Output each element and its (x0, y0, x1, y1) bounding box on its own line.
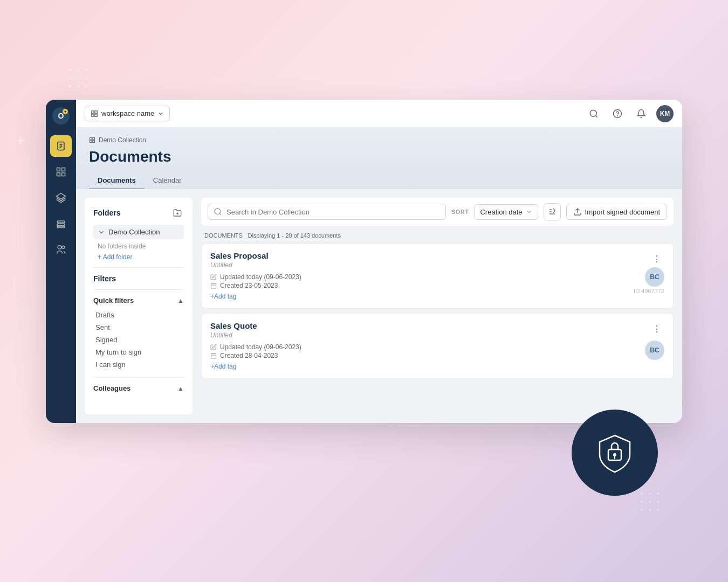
docs-count-row: DOCUMENTS Displaying 1 - 20 of 143 docum… (201, 232, 674, 239)
doc-created-2: Created 28-04-2023 (210, 352, 636, 359)
document-card-2[interactable]: Sales Quote Untitled Upd (201, 313, 674, 379)
filter-sent[interactable]: Sent (93, 321, 184, 334)
sort-select[interactable]: Creation date (474, 204, 538, 220)
svg-point-4 (77, 77, 79, 79)
right-panel: SORT Creation date (201, 198, 674, 414)
add-tag-button-2[interactable]: +Add tag (210, 363, 236, 370)
panel-divider-3 (93, 377, 184, 378)
folders-section-header: Folders (93, 206, 184, 219)
svg-rect-30 (62, 168, 65, 171)
tab-documents[interactable]: Documents (89, 172, 145, 190)
svg-line-54 (219, 213, 221, 215)
quick-filters-header[interactable]: Quick filters ▲ (93, 296, 184, 304)
svg-point-37 (58, 246, 61, 250)
pencil-icon-2 (210, 344, 217, 350)
svg-point-46 (617, 115, 618, 116)
svg-text:✦: ✦ (64, 110, 67, 114)
svg-rect-36 (57, 226, 64, 228)
filter-signed[interactable]: Signed (93, 334, 184, 346)
doc-updated-2: Updated today (09-06-2023) (210, 343, 636, 351)
no-folders-text: No folders inside (98, 242, 184, 250)
doc-title-1: Sales Proposal (210, 251, 625, 260)
add-folder-icon-btn[interactable] (171, 206, 184, 219)
sort-chevron-icon (526, 209, 532, 215)
filter-drafts[interactable]: Drafts (93, 309, 184, 321)
sort-current-value: Creation date (480, 208, 522, 216)
main-layout: Folders (76, 189, 682, 423)
header-actions: KM (585, 105, 674, 122)
search-button[interactable] (585, 105, 602, 122)
workspace-selector[interactable]: workspace name (85, 106, 170, 121)
svg-point-13 (649, 501, 651, 503)
sidebar-item-users[interactable] (50, 239, 72, 260)
doc-info-2: Sales Quote Untitled Upd (210, 321, 636, 371)
main-content: workspace name (76, 100, 682, 423)
page-header: Demo Collection Documents Documents Cale… (76, 128, 682, 189)
svg-point-3 (69, 77, 71, 79)
svg-rect-39 (92, 110, 94, 113)
tab-calendar[interactable]: Calendar (145, 172, 190, 190)
svg-point-53 (215, 209, 221, 214)
panel-divider-1 (93, 267, 184, 268)
doc-more-button-1[interactable]: ⋮ (649, 251, 664, 266)
left-panel: Folders (85, 198, 193, 414)
add-tag-button-1[interactable]: +Add tag (210, 293, 236, 300)
doc-right-1: ⋮ BC ID 4967772 (634, 251, 664, 294)
add-folder-button[interactable]: + Add folder (98, 253, 184, 261)
search-sort-bar: SORT Creation date (201, 198, 674, 226)
svg-point-38 (62, 246, 65, 248)
security-badge (572, 410, 658, 496)
svg-rect-47 (90, 138, 92, 140)
doc-title-2: Sales Quote (210, 321, 636, 330)
user-avatar[interactable]: KM (656, 105, 674, 122)
page-area: Demo Collection Documents Documents Cale… (76, 128, 682, 423)
sidebar-item-stack[interactable] (50, 213, 72, 234)
svg-point-1 (77, 69, 79, 71)
quick-filters-chevron: ▲ (177, 297, 184, 304)
svg-point-11 (657, 493, 659, 495)
sidebar-item-grid[interactable] (50, 161, 72, 183)
svg-point-17 (657, 509, 659, 511)
notification-button[interactable] (633, 105, 650, 122)
svg-point-12 (641, 501, 643, 503)
search-input[interactable] (226, 208, 440, 216)
colleagues-header[interactable]: Colleagues ▲ (93, 384, 184, 392)
svg-line-44 (595, 115, 597, 117)
svg-rect-49 (90, 141, 92, 143)
sidebar-item-documents[interactable] (50, 135, 72, 157)
colleagues-chevron: ▲ (177, 385, 184, 392)
sort-order-button[interactable] (544, 203, 561, 220)
sidebar-item-layers[interactable] (50, 187, 72, 209)
doc-info-1: Sales Proposal Untitled (210, 251, 625, 301)
pencil-icon (210, 274, 217, 280)
panel-divider-2 (93, 289, 184, 290)
search-input-wrap[interactable] (208, 204, 446, 220)
svg-rect-35 (57, 224, 64, 225)
doc-subtitle-2: Untitled (210, 331, 636, 339)
svg-point-10 (649, 493, 651, 495)
svg-point-6 (69, 85, 71, 87)
app-window: O ✦ (46, 100, 682, 423)
import-signed-document-button[interactable]: Import signed document (566, 204, 667, 220)
filter-i-can-sign[interactable]: I can sign (93, 358, 184, 371)
svg-rect-40 (95, 110, 97, 113)
root-folder-item[interactable]: Demo Collection (93, 225, 184, 239)
doc-id-1: ID 4967772 (634, 288, 664, 294)
doc-avatar-1: BC (645, 267, 664, 287)
sidebar-dark: O ✦ (46, 100, 76, 423)
top-header: workspace name (76, 100, 682, 128)
svg-point-5 (85, 77, 87, 79)
svg-point-2 (85, 69, 87, 71)
breadcrumb: Demo Collection (89, 136, 669, 144)
import-label: Import signed document (585, 208, 660, 216)
svg-point-43 (590, 110, 596, 116)
svg-point-9 (641, 493, 643, 495)
svg-point-8 (85, 85, 87, 87)
doc-meta-1: Updated today (09-06-2023) (210, 273, 625, 289)
help-button[interactable] (609, 105, 626, 122)
filter-my-turn-to-sign[interactable]: My turn to sign (93, 346, 184, 358)
document-card-1[interactable]: Sales Proposal Untitled (201, 243, 674, 309)
svg-point-16 (649, 509, 651, 511)
doc-more-button-2[interactable]: ⋮ (649, 321, 664, 336)
svg-point-15 (641, 509, 643, 511)
